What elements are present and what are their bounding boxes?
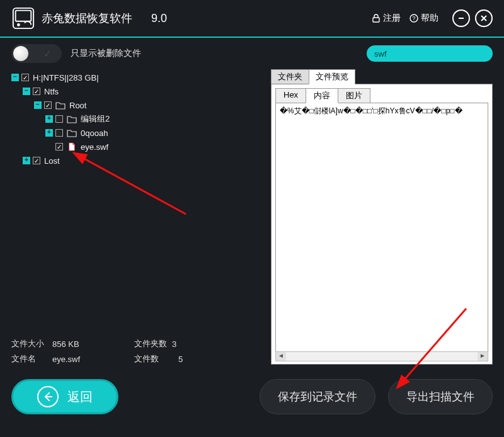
checkbox[interactable] [55,129,63,137]
preview-text: �%艾�□傠楼lA]w�□�□□'□探hYx鲁cV�□□/�□p□� [280,106,462,115]
expand-icon[interactable]: + [45,129,53,137]
help-icon: ? [410,14,418,23]
checkbox[interactable] [33,88,40,95]
files-value: 5 [178,355,183,364]
tab-image[interactable]: 图片 [338,88,370,103]
tree-row-sub1[interactable]: + 编辑组2 [11,112,258,126]
register-button[interactable]: 注册 [372,13,401,24]
folder-icon [67,115,77,123]
expand-icon[interactable]: + [45,115,53,123]
tree-row-file[interactable]: eye.swf [11,140,258,154]
help-label: 帮助 [421,13,438,24]
svg-rect-3 [373,18,379,22]
swf-file-icon [67,142,77,151]
expand-icon[interactable]: + [23,157,30,164]
deleted-only-toggle[interactable]: ✓ [11,44,62,63]
export-button[interactable]: 导出扫描文件 [388,379,493,414]
checkbox[interactable] [55,115,63,123]
search-input[interactable] [367,45,493,62]
filesize-value: 856 KB [52,339,134,349]
checkbox[interactable] [55,143,63,150]
tree-row-root[interactable]: − Root [11,98,258,112]
back-arrow-icon [37,386,59,407]
stats-panel: 文件大小 856 KB 文件夹数 3 文件名 eye.swf 文件数 5 [11,336,258,366]
close-button[interactable] [475,9,493,27]
filename-value: eye.swf [52,355,134,364]
folder-icon [67,128,77,137]
tree-label: 编辑组2 [81,113,110,125]
tree-label: Ntfs [44,87,59,96]
back-button[interactable]: 返回 [11,379,118,414]
scroll-right-icon[interactable]: ► [478,352,488,361]
app-logo-icon [11,6,35,30]
checkbox[interactable] [21,74,29,81]
register-label: 注册 [383,13,401,24]
tree-label: Root [69,101,86,110]
folders-label: 文件夹数 [134,338,172,349]
collapse-icon[interactable]: − [23,88,30,95]
svg-point-2 [17,23,20,26]
collapse-icon[interactable]: − [34,101,42,109]
tab-content[interactable]: 内容 [306,88,338,103]
check-icon: ✓ [43,48,52,60]
tree-row-drive[interactable]: − H:|NTFS||283 GB| [11,71,258,84]
save-log-button[interactable]: 保存到记录文件 [260,379,375,414]
checkbox[interactable] [33,157,40,164]
tab-hex[interactable]: Hex [275,88,306,103]
app-title: 赤兔数据恢复软件 [42,11,132,26]
app-version: 9.0 [151,12,167,25]
minimize-button[interactable] [452,9,470,27]
scroll-left-icon[interactable]: ◄ [276,352,286,361]
minus-icon [457,14,465,22]
lock-icon [372,14,381,23]
file-tree[interactable]: − H:|NTFS||283 GB| − Ntfs − Root + 编辑组2 [11,71,258,167]
tree-row-ntfs[interactable]: − Ntfs [11,84,258,98]
tree-label: eye.swf [81,142,108,152]
horizontal-scrollbar[interactable]: ◄ ► [275,351,488,361]
help-button[interactable]: ? 帮助 [410,13,438,24]
deleted-only-label: 只显示被删除文件 [71,48,141,59]
tree-label: Lost [44,156,60,166]
preview-content: �%艾�□傠楼lA]w�□�□□'□探hYx鲁cV�□□/�□p□� [275,103,488,353]
close-icon [480,14,488,22]
tab-folder[interactable]: 文件夹 [271,69,309,84]
tree-label: 0qooah [81,128,108,138]
folder-icon [55,101,66,110]
tab-file-preview[interactable]: 文件预览 [309,69,355,84]
tree-label: H:|NTFS||283 GB| [33,73,99,82]
filename-label: 文件名 [11,353,52,365]
tree-row-sub2[interactable]: + 0qooah [11,126,258,140]
filesize-label: 文件大小 [11,338,52,349]
svg-text:?: ? [412,15,415,21]
svg-rect-1 [16,11,32,21]
toggle-knob-icon [13,46,28,61]
checkbox[interactable] [44,101,52,109]
back-label: 返回 [67,389,93,406]
folders-value: 3 [172,339,176,349]
collapse-icon[interactable]: − [11,74,19,81]
files-label: 文件数 [134,353,172,365]
tree-row-lost[interactable]: + Lost [11,154,258,167]
